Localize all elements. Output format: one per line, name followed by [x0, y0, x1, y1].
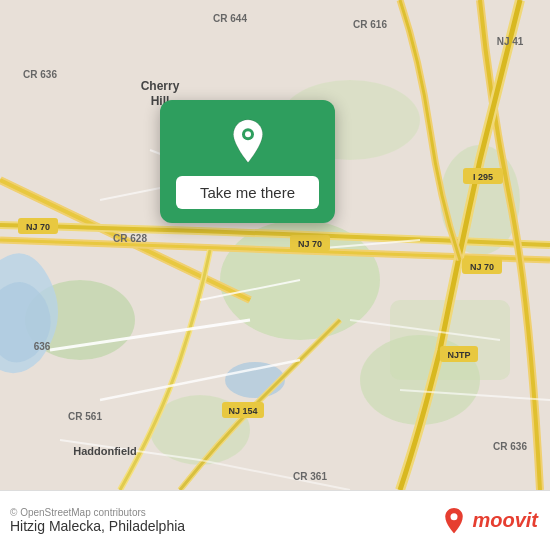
- svg-point-49: [451, 513, 458, 520]
- moovit-logo: moovit: [440, 507, 538, 535]
- svg-text:I 295: I 295: [473, 172, 493, 182]
- svg-text:CR 561: CR 561: [68, 411, 102, 422]
- copyright-text: © OpenStreetMap contributors: [10, 507, 185, 518]
- svg-text:NJTP: NJTP: [447, 350, 470, 360]
- map-container: NJ 70 I 295 NJ 70 NJ 154 NJTP CR 636 CR …: [0, 0, 550, 490]
- svg-text:CR 616: CR 616: [353, 19, 387, 30]
- svg-text:CR 361: CR 361: [293, 471, 327, 482]
- moovit-pin-icon: [440, 507, 468, 535]
- svg-text:CR 636: CR 636: [23, 69, 57, 80]
- svg-text:CR 628: CR 628: [113, 233, 147, 244]
- svg-text:NJ 70: NJ 70: [298, 239, 322, 249]
- location-popup: Take me there: [160, 100, 335, 223]
- location-pin-icon: [224, 118, 272, 166]
- svg-text:CR 644: CR 644: [213, 13, 247, 24]
- svg-text:NJ 70: NJ 70: [26, 222, 50, 232]
- svg-text:636: 636: [34, 341, 51, 352]
- footer-bar: © OpenStreetMap contributors Hitzig Male…: [0, 490, 550, 550]
- svg-point-48: [245, 131, 251, 137]
- svg-text:NJ 70: NJ 70: [470, 262, 494, 272]
- svg-text:NJ 41: NJ 41: [497, 36, 524, 47]
- moovit-brand-text: moovit: [472, 509, 538, 532]
- svg-text:CR 636: CR 636: [493, 441, 527, 452]
- take-me-there-button[interactable]: Take me there: [176, 176, 319, 209]
- svg-text:Haddonfield: Haddonfield: [73, 445, 137, 457]
- svg-text:NJ 154: NJ 154: [228, 406, 257, 416]
- location-name: Hitzig Malecka, Philadelphia: [10, 518, 185, 534]
- footer-info: © OpenStreetMap contributors Hitzig Male…: [10, 507, 185, 534]
- svg-text:Cherry: Cherry: [141, 79, 180, 93]
- map-background: NJ 70 I 295 NJ 70 NJ 154 NJTP CR 636 CR …: [0, 0, 550, 490]
